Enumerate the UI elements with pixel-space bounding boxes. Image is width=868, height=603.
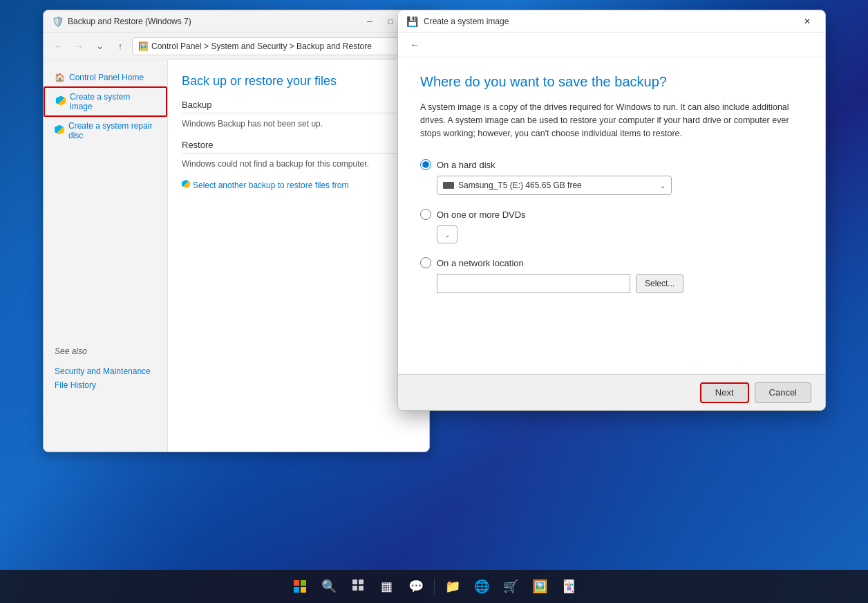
hard-disk-radio[interactable]: [420, 159, 431, 170]
chevron-down-icon: ⌄: [660, 182, 666, 189]
dialog-description: A system image is a copy of the drives r…: [420, 101, 803, 140]
network-option: On a network location Select...: [420, 257, 803, 293]
drive-dropdown-value: Samsung_T5 (E:) 465.65 GB free: [458, 180, 582, 190]
hard-disk-option: On a hard disk Samsung_T5 (E:) 465.65 GB…: [420, 159, 803, 195]
select-network-button[interactable]: Select...: [636, 274, 683, 293]
dialog-footer: Next Cancel: [398, 374, 825, 410]
network-radio-label[interactable]: On a network location: [420, 257, 803, 268]
network-label: On a network location: [437, 258, 524, 268]
network-location-input[interactable]: [437, 274, 630, 293]
dialog-close-button[interactable]: ✕: [798, 15, 817, 28]
dialog-title-text: Create a system image: [424, 17, 509, 26]
dvd-label: On one or more DVDs: [437, 210, 526, 220]
dvd-chevron-icon: ⌄: [444, 231, 450, 239]
desktop: 🛡️ Backup and Restore (Windows 7) ─ □ ✕ …: [0, 0, 868, 603]
dialog-overlay: 💾 Create a system image ✕ ← Where do you…: [0, 0, 868, 603]
drive-dropdown[interactable]: Samsung_T5 (E:) 465.65 GB free ⌄: [437, 176, 672, 195]
dialog-app-icon: 💾: [406, 16, 418, 27]
hard-disk-radio-label[interactable]: On a hard disk: [420, 159, 803, 170]
dialog-content-area: Where do you want to save the backup? A …: [398, 57, 825, 374]
create-system-image-dialog: 💾 Create a system image ✕ ← Where do you…: [397, 10, 826, 411]
drive-icon: [443, 182, 454, 189]
dvd-option: On one or more DVDs ⌄: [420, 209, 803, 243]
dialog-titlebar: 💾 Create a system image ✕: [398, 10, 825, 33]
dialog-title-area: 💾 Create a system image: [406, 16, 509, 27]
hard-disk-label: On a hard disk: [437, 160, 496, 170]
drive-dropdown-text: Samsung_T5 (E:) 465.65 GB free: [443, 180, 582, 190]
network-radio[interactable]: [420, 257, 431, 268]
next-button[interactable]: Next: [700, 382, 749, 403]
hard-disk-dropdown-row: Samsung_T5 (E:) 465.65 GB free ⌄: [437, 176, 803, 195]
dvd-radio[interactable]: [420, 209, 431, 220]
dialog-nav: ←: [398, 33, 825, 57]
cancel-button[interactable]: Cancel: [755, 382, 811, 403]
dialog-back-button[interactable]: ←: [406, 37, 423, 53]
network-input-row: Select...: [437, 274, 803, 293]
dialog-heading: Where do you want to save the backup?: [420, 74, 803, 90]
dvd-dropdown-row: ⌄: [437, 225, 803, 243]
dvd-radio-label[interactable]: On one or more DVDs: [420, 209, 803, 220]
dvd-dropdown[interactable]: ⌄: [437, 225, 457, 243]
